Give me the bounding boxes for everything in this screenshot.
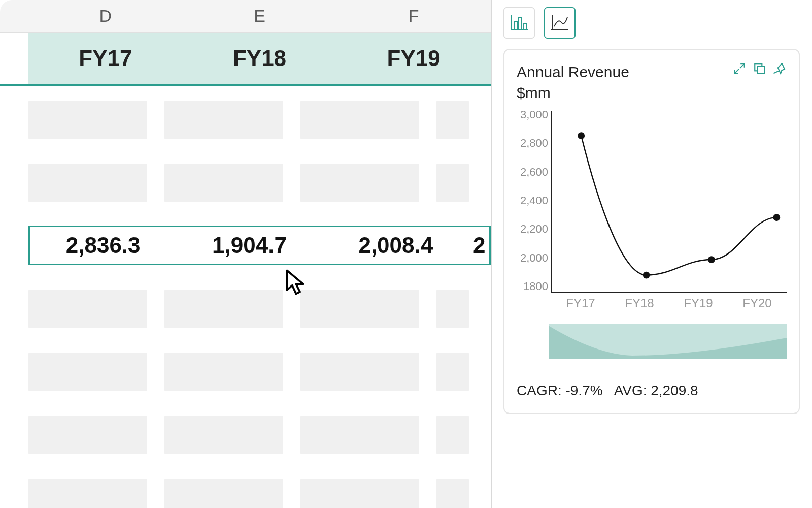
svg-point-10 bbox=[643, 272, 650, 279]
placeholder-cell[interactable] bbox=[164, 353, 283, 391]
header-cell-fy19[interactable]: FY19 bbox=[336, 33, 491, 84]
line-chart: 3,000 2,800 2,600 2,400 2,200 2,000 1800… bbox=[517, 108, 787, 311]
placeholder-cell[interactable] bbox=[436, 101, 469, 139]
table-row bbox=[28, 479, 491, 508]
column-header-row: D E F bbox=[0, 0, 491, 33]
row-gutter bbox=[0, 33, 28, 84]
chart-stats: CAGR: -9.7% AVG: 2,209.8 bbox=[517, 383, 787, 399]
placeholder-cell[interactable] bbox=[436, 416, 469, 454]
placeholder-cell[interactable] bbox=[28, 416, 147, 454]
column-header-f[interactable]: F bbox=[336, 0, 491, 32]
placeholder-cell[interactable] bbox=[436, 164, 469, 202]
svg-rect-4 bbox=[523, 23, 526, 29]
line-chart-icon bbox=[551, 15, 568, 30]
y-axis-ticks: 3,000 2,800 2,600 2,400 2,200 2,000 1800 bbox=[517, 108, 548, 293]
placeholder-cell[interactable] bbox=[300, 353, 419, 391]
table-row bbox=[28, 290, 491, 328]
header-cell-fy17[interactable]: FY17 bbox=[28, 33, 183, 84]
line-chart-svg bbox=[551, 111, 787, 291]
svg-point-12 bbox=[773, 214, 780, 221]
placeholder-cell[interactable] bbox=[164, 416, 283, 454]
placeholder-cell[interactable] bbox=[164, 164, 283, 202]
spreadsheet-area[interactable]: D E F FY17 FY18 FY19 2,836.3 1,904.7 2,0… bbox=[0, 0, 492, 508]
table-row bbox=[28, 353, 491, 391]
placeholder-cell[interactable] bbox=[436, 479, 469, 508]
column-header-e[interactable]: E bbox=[183, 0, 337, 32]
chart-title: Annual Revenue $mm bbox=[517, 62, 629, 103]
placeholder-cell[interactable] bbox=[28, 101, 147, 139]
placeholder-cell[interactable] bbox=[300, 290, 419, 328]
placeholder-cell[interactable] bbox=[300, 416, 419, 454]
table-row bbox=[28, 416, 491, 454]
bar-chart-icon bbox=[511, 15, 528, 30]
copy-icon[interactable] bbox=[753, 62, 766, 75]
placeholder-cell[interactable] bbox=[300, 164, 419, 202]
svg-rect-3 bbox=[519, 17, 522, 29]
svg-point-11 bbox=[708, 256, 715, 263]
chart-type-line-button[interactable] bbox=[544, 7, 576, 39]
fiscal-year-header-row: FY17 FY18 FY19 bbox=[0, 33, 491, 86]
table-row bbox=[28, 101, 491, 139]
table-row bbox=[28, 164, 491, 202]
placeholder-cell[interactable] bbox=[300, 101, 419, 139]
placeholder-cell[interactable] bbox=[28, 479, 147, 508]
column-header-d[interactable]: D bbox=[28, 0, 183, 32]
header-cell-fy18[interactable]: FY18 bbox=[183, 33, 337, 84]
placeholder-cell[interactable] bbox=[28, 353, 147, 391]
placeholder-cell[interactable] bbox=[164, 101, 283, 139]
selected-data-row[interactable]: 2,836.3 1,904.7 2,008.4 2 bbox=[28, 226, 491, 265]
svg-point-9 bbox=[578, 132, 585, 139]
svg-rect-8 bbox=[758, 67, 765, 74]
svg-rect-2 bbox=[514, 21, 517, 29]
cell-fy20-value-partial[interactable]: 2 bbox=[469, 233, 489, 258]
chart-card: Annual Revenue $mm 3,000 2,800 bbox=[503, 49, 800, 414]
placeholder-cell[interactable] bbox=[164, 479, 283, 508]
placeholder-cell[interactable] bbox=[164, 290, 283, 328]
cell-fy17-value[interactable]: 2,836.3 bbox=[30, 233, 176, 258]
placeholder-cell[interactable] bbox=[300, 479, 419, 508]
chart-type-bar-button[interactable] bbox=[503, 7, 535, 39]
placeholder-cell[interactable] bbox=[436, 290, 469, 328]
pin-icon[interactable] bbox=[773, 62, 787, 75]
chart-side-panel: Annual Revenue $mm 3,000 2,800 bbox=[492, 0, 812, 508]
cell-fy19-value[interactable]: 2,008.4 bbox=[323, 233, 469, 258]
row-gutter bbox=[0, 0, 28, 32]
cell-fy18-value[interactable]: 1,904.7 bbox=[176, 233, 322, 258]
placeholder-cell[interactable] bbox=[436, 353, 469, 391]
sparkline-area[interactable] bbox=[549, 324, 787, 359]
placeholder-cell[interactable] bbox=[28, 164, 147, 202]
x-axis-ticks: FY17 FY18 FY19 FY20 bbox=[551, 296, 787, 311]
expand-icon[interactable] bbox=[733, 62, 746, 75]
placeholder-cell[interactable] bbox=[28, 290, 147, 328]
